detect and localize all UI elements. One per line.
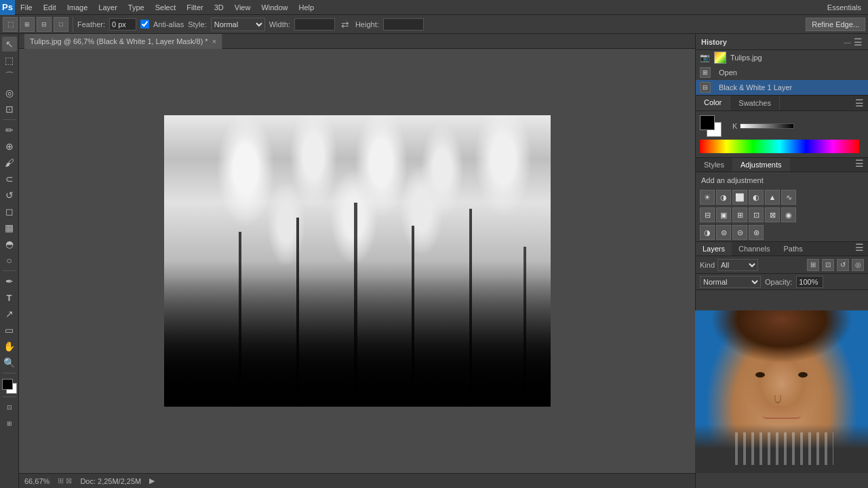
swap-dimensions-icon[interactable]: ⇄: [339, 18, 351, 30]
menu-image[interactable]: Image: [62, 0, 94, 15]
feather-input[interactable]: [109, 18, 136, 30]
layers-panel-menu[interactable]: ☰: [851, 242, 868, 256]
menu-file[interactable]: File: [15, 0, 38, 15]
menu-filter[interactable]: Filter: [181, 0, 208, 15]
adj-photo-filter[interactable]: ⊞: [732, 207, 747, 222]
lasso-tool[interactable]: ⌒: [2, 69, 17, 84]
layer-icon-btn-1[interactable]: ⊞: [807, 259, 819, 271]
tool-preset-btn3[interactable]: □: [54, 17, 68, 32]
adj-curves[interactable]: ⬜: [732, 190, 747, 205]
adj-hue-sat[interactable]: ∿: [781, 190, 796, 205]
menu-layer[interactable]: Layer: [93, 0, 123, 15]
foreground-color-box[interactable]: [700, 115, 715, 130]
healing-tool[interactable]: ⊕: [2, 139, 17, 154]
tab-styles[interactable]: Styles: [696, 158, 732, 171]
adj-bw[interactable]: ▣: [716, 207, 731, 222]
history-panel-menu[interactable]: ☰: [854, 37, 863, 47]
eyedropper-tool[interactable]: ✏: [2, 123, 17, 138]
layer-icon-btn-4[interactable]: ◎: [852, 259, 864, 271]
brush-tool[interactable]: 🖌: [2, 155, 17, 170]
move-tool[interactable]: ↖: [2, 37, 17, 52]
menu-3d[interactable]: 3D: [209, 0, 229, 15]
marquee-tool-icon[interactable]: ⬚: [3, 17, 18, 32]
ps-logo: Ps: [0, 0, 15, 15]
shape-tool[interactable]: ▭: [2, 323, 17, 338]
tab-paths[interactable]: Paths: [777, 242, 810, 256]
path-select-tool[interactable]: ↗: [2, 306, 17, 321]
canvas-wrapper[interactable]: [19, 49, 695, 473]
kind-select[interactable]: All: [717, 259, 758, 271]
adj-gradient-map[interactable]: ⊝: [732, 225, 747, 240]
menu-edit[interactable]: Edit: [38, 0, 62, 15]
pen-tool[interactable]: ✒: [2, 274, 17, 289]
history-open-item[interactable]: ⊞ Open: [696, 65, 868, 80]
width-input[interactable]: [294, 18, 335, 30]
color-spectrum[interactable]: [700, 140, 859, 153]
tab-layers[interactable]: Layers: [696, 242, 732, 256]
document-size: Doc: 2,25M/2,25M: [80, 477, 141, 485]
document-tab[interactable]: Tulips.jpg @ 66,7% (Black & White 1, Lay…: [24, 34, 222, 49]
adj-brightness[interactable]: ☀: [700, 190, 715, 205]
hand-tool[interactable]: ✋: [2, 339, 17, 354]
rectangular-marquee-tool[interactable]: ⬚: [2, 53, 17, 68]
tool-preset-btn1[interactable]: ⊞: [20, 17, 35, 32]
style-select[interactable]: Normal: [211, 18, 265, 31]
tab-adjustments[interactable]: Adjustments: [732, 158, 790, 171]
color-panel-menu[interactable]: ☰: [851, 98, 868, 108]
menu-type[interactable]: Type: [123, 0, 150, 15]
menu-window[interactable]: Window: [256, 0, 293, 15]
foreground-color-swatch[interactable]: [2, 379, 13, 390]
crop-tool[interactable]: ⊡: [2, 102, 17, 117]
height-input[interactable]: [383, 18, 424, 30]
refine-edge-button[interactable]: Refine Edge...: [806, 18, 865, 31]
blend-mode-select[interactable]: Normal: [700, 276, 761, 288]
adj-channel-mixer[interactable]: ⊡: [749, 207, 764, 222]
blend-mode-row: Normal Opacity:: [696, 274, 868, 290]
gradient-tool[interactable]: ▦: [2, 220, 17, 235]
tool-preset-btn2[interactable]: ⊟: [37, 17, 52, 32]
adj-color-balance[interactable]: ⊟: [700, 207, 715, 222]
history-snapshot-item[interactable]: 📷 Tulips.jpg: [696, 50, 868, 65]
adjustments-panel-menu[interactable]: ☰: [851, 158, 868, 171]
eraser-tool[interactable]: ◻: [2, 204, 17, 219]
opacity-input[interactable]: [796, 276, 823, 288]
zoom-tool[interactable]: 🔍: [2, 355, 17, 370]
stem-4: [412, 226, 414, 407]
clone-stamp-tool[interactable]: ⊂: [2, 171, 17, 186]
dodge-tool[interactable]: ○: [2, 253, 17, 268]
adj-levels[interactable]: ◑: [716, 190, 731, 205]
k-label: K: [732, 122, 737, 130]
adj-selective-color[interactable]: ⊛: [749, 225, 764, 240]
feather-label: Feather:: [77, 20, 105, 28]
adj-invert[interactable]: ◉: [781, 207, 796, 222]
adj-color-lookup[interactable]: ⊠: [765, 207, 780, 222]
layer-icon-btn-2[interactable]: ⊡: [822, 259, 834, 271]
adj-threshold[interactable]: ⊜: [716, 225, 731, 240]
menu-help[interactable]: Help: [294, 0, 320, 15]
blur-tool[interactable]: ◓: [2, 237, 17, 251]
tab-color[interactable]: Color: [696, 96, 730, 110]
essentials-button[interactable]: Essentials: [821, 3, 868, 12]
menu-view[interactable]: View: [229, 0, 256, 15]
history-panel-minimize[interactable]: —: [844, 38, 851, 46]
status-arrow-button[interactable]: ▶: [149, 476, 155, 485]
adj-posterize[interactable]: ◑: [700, 225, 715, 240]
quick-mask-btn[interactable]: ⊡: [2, 400, 17, 415]
text-tool[interactable]: T: [2, 290, 17, 305]
add-adjustment-label: Add an adjustment: [696, 172, 868, 188]
screen-mode-btn[interactable]: ⊞: [2, 416, 17, 431]
anti-alias-checkbox[interactable]: [140, 20, 149, 28]
adj-exposure[interactable]: ◐: [749, 190, 764, 205]
menu-select[interactable]: Select: [150, 0, 182, 15]
stem-1: [239, 232, 241, 407]
layer-icon-btn-3[interactable]: ↺: [837, 259, 849, 271]
history-brush-tool[interactable]: ↺: [2, 188, 17, 203]
k-slider[interactable]: [740, 123, 794, 129]
quick-select-tool[interactable]: ◎: [2, 85, 17, 100]
adj-vibrance[interactable]: ▲: [765, 190, 780, 205]
doc-tab-close-button[interactable]: ×: [212, 37, 216, 45]
tab-swatches[interactable]: Swatches: [730, 96, 780, 110]
history-bw-item[interactable]: ⊟ Black & White 1 Layer: [696, 80, 868, 95]
tab-channels[interactable]: Channels: [732, 242, 776, 256]
document-tab-bar: Tulips.jpg @ 66,7% (Black & White 1, Lay…: [19, 34, 695, 49]
